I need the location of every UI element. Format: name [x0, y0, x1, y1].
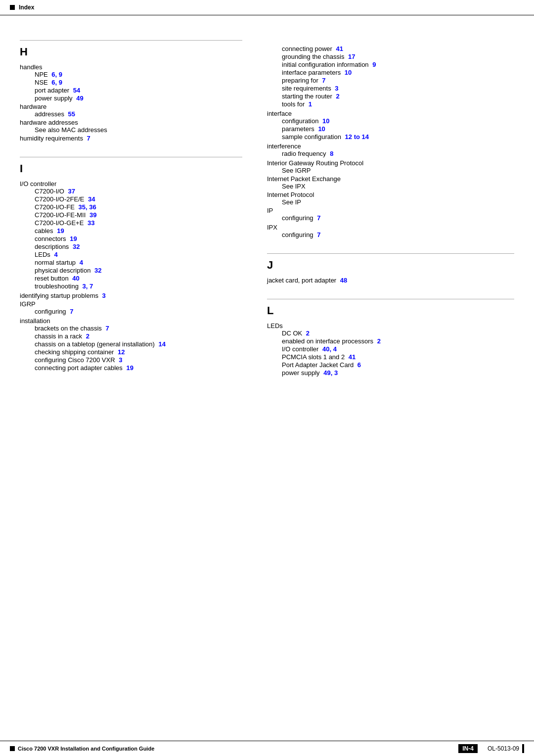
footer-icon [10, 746, 15, 751]
page-ref: 19 [70, 235, 77, 242]
entry-preparing-for: preparing for 7 [267, 77, 514, 84]
page-ref: 17 [348, 53, 355, 60]
entry-chassis-tabletop: chassis on a tabletop (general installat… [20, 340, 242, 348]
page-ref: 49, 3 [323, 369, 338, 377]
page-ref: 3 [102, 292, 106, 299]
page-ref: 34 [88, 195, 95, 203]
page-ref: 2 [336, 93, 340, 100]
entry-jacket-card: jacket card, port adapter 48 [267, 277, 514, 284]
entry-brackets: brackets on the chassis 7 [20, 325, 242, 332]
entry-ip-term: IP [267, 207, 514, 214]
entry-enabled-interface: enabled on interface processors 2 [267, 337, 514, 345]
entry-c7200-io-fe-mii: C7200-I/O-FE-MII 39 [20, 211, 242, 219]
entry-connectors: connectors 19 [20, 235, 242, 242]
page-ref: 3 [119, 356, 122, 364]
header-bar: Index [0, 0, 534, 15]
footer-right-bar [522, 744, 524, 753]
page-ref: 6 [357, 361, 361, 369]
content-area: H handles NPE 6, 9 NSE 6, 9 port adapter… [0, 15, 534, 387]
entry-igrp-term: IGRP [20, 300, 242, 308]
entry-ipx-full: Internet Packet Exchange See IPX [267, 175, 514, 190]
page-ref: 10 [345, 69, 352, 76]
entry-tools-for: tools for 1 [267, 100, 514, 108]
section-j: J [267, 253, 514, 272]
page-ref: 54 [73, 87, 80, 94]
entry-leds: LEDs 4 [20, 251, 242, 258]
entry-see-ip: See IP [267, 198, 514, 206]
left-column: H handles NPE 6, 9 NSE 6, 9 port adapter… [20, 25, 257, 378]
entry-hardware-addresses: addresses 55 [20, 110, 242, 118]
page-ref: 9 [372, 61, 376, 68]
entry-interface: interface configuration 10 parameters 10… [267, 110, 514, 141]
page-ref: 12 [118, 348, 125, 356]
entry-hardware-term: hardware [20, 103, 242, 110]
entry-c7200-io-fe: C7200-I/O-FE 35, 36 [20, 203, 242, 211]
page-ref: 33 [88, 219, 94, 227]
entry-c7200-io-gee: C7200-I/O-GE+E 33 [20, 219, 242, 227]
entry-installation-term: installation [20, 317, 242, 325]
page-ref: 19 [126, 364, 133, 372]
entry-leds-term: LEDs [267, 322, 514, 330]
page-ref: 1 [309, 100, 312, 108]
page-ref: 19 [57, 227, 64, 235]
section-h: H [20, 40, 242, 58]
entry-humidity: humidity requirements 7 [20, 135, 242, 142]
entry-sample-config: sample configuration 12 to 14 [267, 133, 514, 141]
entry-interface-params2: parameters 10 [267, 125, 514, 133]
page-ref: 3 [335, 85, 338, 92]
entry-port-adapter-jacket: Port Adapter Jacket Card 6 [267, 361, 514, 369]
page-ref: 7 [87, 135, 90, 142]
entry-descriptions: descriptions 32 [20, 243, 242, 250]
entry-troubleshooting: troubleshooting 3, 7 [20, 283, 242, 290]
entry-identifying-startup: identifying startup problems 3 [20, 292, 242, 299]
entry-ipx-full-term: Internet Packet Exchange [267, 175, 514, 183]
entry-starting-router: starting the router 2 [267, 93, 514, 100]
page-ref: 41 [349, 353, 356, 361]
page-ref: 40, 4 [322, 345, 337, 353]
page-ref: 3, 7 [83, 283, 93, 290]
page-ref: 41 [336, 45, 343, 52]
entry-ip-full: Internet Protocol See IP [267, 191, 514, 206]
page-ref: 7 [317, 231, 320, 238]
entry-connecting-port-cables: connecting port adapter cables 19 [20, 364, 242, 372]
page-ref: 8 [330, 150, 333, 157]
section-l: L [267, 299, 514, 317]
page-ref: 7 [105, 325, 109, 332]
entry-hardware: hardware addresses 55 [20, 103, 242, 118]
page-container: Index H handles NPE 6, 9 NSE 6, 9 port a… [0, 0, 534, 756]
entry-power-supply-leds: power supply 49, 3 [267, 369, 514, 377]
page-ref: 10 [322, 117, 329, 125]
footer-page-label: IN-4 [458, 744, 478, 753]
entry-interference-term: interference [267, 142, 514, 150]
entry-site-requirements: site requirements 3 [267, 85, 514, 92]
entry-physical-description: physical description 32 [20, 267, 242, 274]
page-ref: 4 [80, 259, 83, 266]
page-ref: 39 [89, 211, 96, 219]
entry-see-also-mac: See also MAC addresses [20, 126, 242, 134]
entry-handles-term: handles [20, 63, 242, 71]
entry-hardware-addresses-term: hardware addresses [20, 119, 242, 126]
footer-doc-number: OL-5013-09 [488, 744, 524, 753]
entry-dc-ok: DC OK 2 [267, 330, 514, 337]
entry-handles-port-adapter: port adapter 54 [20, 87, 242, 94]
entry-ipx-term: IPX [267, 224, 514, 231]
entry-radio-frequency: radio frequency 8 [267, 150, 514, 157]
entry-ip-configuring: configuring 7 [267, 214, 514, 222]
entry-normal-startup: normal startup 4 [20, 259, 242, 266]
page-ref: 7 [317, 214, 320, 222]
entry-jacket-card-term: jacket card, port adapter 48 [267, 277, 514, 284]
entry-checking-shipping: checking shipping container 12 [20, 348, 242, 356]
page-ref: 6, 9 [51, 79, 62, 86]
entry-see-ipx: See IPX [267, 183, 514, 190]
page-ref: 2 [306, 330, 310, 337]
entry-handles-power-supply: power supply 49 [20, 94, 242, 102]
entry-humidity-term: humidity requirements 7 [20, 135, 242, 142]
section-i: I [20, 157, 242, 175]
page-ref: 2 [377, 337, 381, 345]
footer-left: Cisco 7200 VXR Installation and Configur… [10, 746, 154, 752]
page-ref: 55 [68, 110, 75, 118]
entry-see-igrp: See IGRP [267, 167, 514, 174]
page-ref: 4 [54, 251, 57, 258]
footer-doc-title: Cisco 7200 VXR Installation and Configur… [18, 746, 154, 752]
page-ref: 35, 36 [79, 203, 96, 211]
